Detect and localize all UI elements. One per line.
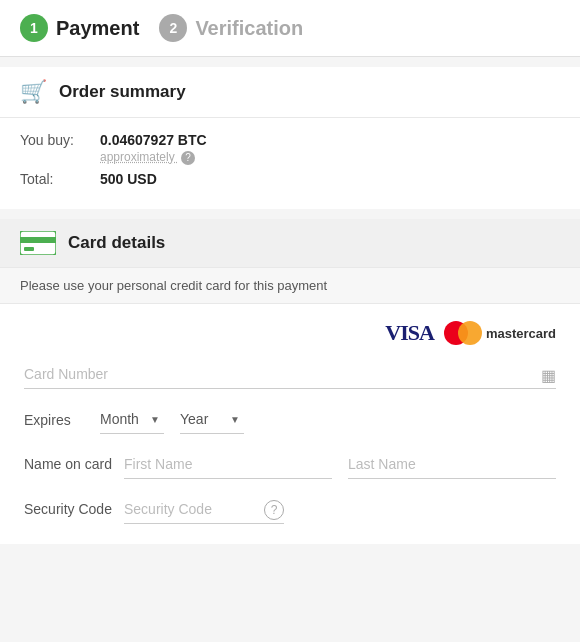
name-on-card-label: Name on card: [24, 450, 124, 472]
step-verification: 2 Verification: [159, 14, 303, 42]
visa-logo: VISA: [385, 320, 434, 346]
svg-rect-2: [24, 247, 34, 251]
card-logos: VISA mastercard: [24, 320, 556, 346]
order-summary-title: Order summary: [59, 82, 186, 102]
mc-circle-right: [458, 321, 482, 345]
card-details-header: Card details: [0, 219, 580, 268]
card-details-section: Card details Please use your personal cr…: [0, 219, 580, 544]
security-code-input[interactable]: [124, 495, 284, 524]
year-select-wrapper: Year 202420252026 202720282029 2030 ▼: [180, 405, 244, 434]
security-code-label: Security Code: [24, 495, 124, 517]
step-2-circle: 2: [159, 14, 187, 42]
security-input-wrapper: ?: [124, 495, 284, 524]
card-details-title: Card details: [68, 233, 165, 253]
order-summary-section: 🛒 Order summary You buy: 0.04607927 BTC …: [0, 67, 580, 209]
approximately-link[interactable]: approximately ?: [100, 150, 207, 165]
step-payment: 1 Payment: [20, 14, 139, 42]
order-total-row: Total: 500 USD: [20, 171, 560, 187]
order-buy-row: You buy: 0.04607927 BTC approximately ?: [20, 132, 560, 165]
month-select-wrapper: Month 010203 040506 070809 101112 ▼: [100, 405, 164, 434]
cart-icon: 🛒: [20, 79, 47, 105]
first-name-input[interactable]: [124, 450, 332, 479]
order-summary-header: 🛒 Order summary: [0, 67, 580, 118]
expires-row: Expires Month 010203 040506 070809 10111…: [24, 405, 556, 434]
mastercard-logo: mastercard: [444, 321, 556, 345]
expires-label: Expires: [24, 412, 84, 428]
order-total-label: Total:: [20, 171, 100, 187]
order-total-value: 500 USD: [100, 171, 157, 187]
step-2-label: Verification: [195, 17, 303, 40]
card-number-group: ▦: [24, 360, 556, 389]
order-buy-value: 0.04607927 BTC approximately ?: [100, 132, 207, 165]
step-1-label: Payment: [56, 17, 139, 40]
year-select[interactable]: Year 202420252026 202720282029 2030: [180, 405, 244, 434]
order-summary-body: You buy: 0.04607927 BTC approximately ? …: [0, 118, 580, 209]
card-number-wrapper: ▦: [24, 360, 556, 389]
approximately-question-icon: ?: [181, 151, 195, 165]
card-number-input[interactable]: [24, 360, 556, 389]
last-name-input[interactable]: [348, 450, 556, 479]
month-select[interactable]: Month 010203 040506 070809 101112: [100, 405, 164, 434]
card-chip-icon: ▦: [541, 365, 556, 384]
steps-header: 1 Payment 2 Verification: [0, 0, 580, 57]
card-form: VISA mastercard ▦ Expires Month 0: [0, 304, 580, 544]
svg-rect-1: [20, 237, 56, 243]
card-notice: Please use your personal credit card for…: [0, 268, 580, 304]
card-icon: [20, 231, 56, 255]
step-1-circle: 1: [20, 14, 48, 42]
mastercard-circles: [444, 321, 482, 345]
order-buy-label: You buy:: [20, 132, 100, 148]
name-on-card-row: Name on card: [24, 450, 556, 479]
name-fields: [124, 450, 556, 479]
mastercard-text: mastercard: [486, 326, 556, 341]
security-question-icon[interactable]: ?: [264, 500, 284, 520]
security-code-row: Security Code ?: [24, 495, 556, 524]
